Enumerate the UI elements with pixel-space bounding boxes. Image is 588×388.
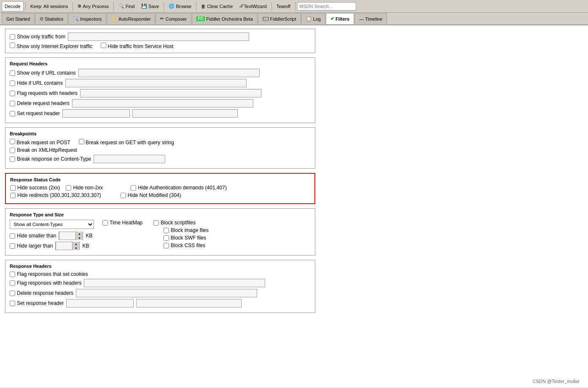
time-heatmap-row: Time HeatMap Block scriptfiles [102,220,209,226]
set-request-label[interactable]: Set request header [10,110,60,116]
hide-if-url-checkbox[interactable] [10,81,15,86]
find-button[interactable]: 🔍 Find [115,1,137,11]
block-swf-checkbox[interactable] [164,235,169,241]
delete-request-checkbox[interactable] [10,101,15,106]
hide-non2xx-checkbox[interactable] [66,185,71,191]
flag-cookies-checkbox[interactable] [10,272,15,277]
hide-if-url-input[interactable] [65,79,247,87]
show-only-traffic-input[interactable] [68,32,249,41]
hide-smaller-value[interactable]: 1 [59,232,76,240]
decode-button[interactable]: Decode [2,1,24,11]
tab-filters[interactable]: ✔ Filters [326,13,354,24]
delete-request-input[interactable] [72,99,253,108]
orchestra-icon: FO [196,16,205,21]
msdn-search-input[interactable] [297,2,356,11]
delete-resp-headers-checkbox[interactable] [10,291,15,296]
flag-cookies-label[interactable]: Flag responses that set cookies [10,271,88,277]
hide-smaller-checkbox[interactable] [10,233,15,239]
hide-larger-checkbox[interactable] [10,243,15,249]
tearoff-button[interactable]: Tearoff [274,1,293,11]
tab-inspectors[interactable]: 🔍 Inspectors [68,13,106,24]
show-only-url-input[interactable] [78,69,260,77]
set-resp-header-input1[interactable] [66,299,134,307]
block-image-checkbox[interactable] [164,228,169,233]
browse-button[interactable]: 🌐 Browse [166,1,194,11]
set-resp-header-input2[interactable] [136,299,242,307]
break-post-checkbox[interactable] [10,139,15,144]
show-only-ie-label[interactable]: Show only Internet Explorer traffic [10,43,92,49]
tab-fiddlerscript[interactable]: JS FiddlerScript [258,13,301,24]
block-css-label[interactable]: Block CSS files [164,242,205,248]
hide-service-host-checkbox[interactable] [101,43,106,48]
hide-success-label[interactable]: Hide success (2xx) [10,185,60,191]
set-resp-header-checkbox[interactable] [10,301,15,306]
break-content-type-checkbox[interactable] [10,156,15,162]
tab-timeline[interactable]: — Timeline [354,13,387,24]
show-only-traffic-label[interactable]: Show only traffic from [10,34,65,40]
time-heatmap-label[interactable]: Time HeatMap [102,220,142,226]
delete-request-label[interactable]: Delete request headers [10,100,70,106]
break-content-type-label[interactable]: Break response on Content-Type [10,156,91,162]
larger-down-button[interactable]: ▼ [72,246,79,250]
hide-if-url-label[interactable]: Hide if URL contains [10,80,63,86]
tab-get-started[interactable]: Get Started [2,13,35,24]
set-request-input2[interactable] [132,109,238,118]
larger-up-button[interactable]: ▲ [72,242,79,246]
tab-fiddler-orchestra[interactable]: FO Fiddler Orchestra Beta [192,13,258,24]
hide-non2xx-label[interactable]: Hide non-2xx [66,185,103,191]
block-script-checkbox[interactable] [153,220,159,226]
set-request-input1[interactable] [62,109,130,118]
flag-requests-input[interactable] [80,89,261,97]
show-only-url-label[interactable]: Show only if URL contains [10,70,76,76]
hide-smaller-label[interactable]: Hide smaller than [10,233,56,239]
hide-larger-label[interactable]: Hide larger than [10,243,53,249]
show-only-url-text: Show only if URL contains [17,70,76,76]
textwizard-button[interactable]: 𝒯 TextWizard [236,1,269,11]
block-image-label[interactable]: Block image files [164,227,209,233]
time-heatmap-checkbox[interactable] [102,220,108,226]
clear-cache-button[interactable]: 🗑 Clear Cache [198,1,236,11]
tab-composer[interactable]: ✏ Composer [156,13,191,24]
set-request-checkbox[interactable] [10,111,15,116]
flag-requests-checkbox[interactable] [10,91,15,96]
show-only-ie-checkbox[interactable] [10,43,15,48]
keep-sessions-button[interactable]: Keep: All sessions [27,1,71,11]
hide-not-modified-label[interactable]: Hide Not Modified (304) [121,192,181,198]
hide-larger-value[interactable]: 1 [56,242,72,250]
hide-not-modified-checkbox[interactable] [121,193,126,198]
hide-auth-checkbox[interactable] [131,185,136,191]
tab-statistics[interactable]: ⊙ Statistics [35,13,68,24]
break-xmlhttp-label[interactable]: Break on XMLHttpRequest [10,147,77,153]
break-xmlhttp-text: Break on XMLHttpRequest [17,147,77,153]
hide-redirects-label[interactable]: Hide redirects (300,301,302,303,307) [10,192,101,198]
hide-auth-label[interactable]: Hide Authentication demands (401,407) [131,185,227,191]
flag-requests-label[interactable]: Flag requests with headers [10,90,78,96]
delete-resp-headers-label[interactable]: Delete response headers [10,290,73,296]
flag-resp-headers-input[interactable] [84,279,265,287]
hide-service-host-label[interactable]: Hide traffic from Service Host [101,43,173,49]
flag-resp-headers-label[interactable]: Flag responses with headers [10,280,81,286]
break-get-checkbox[interactable] [79,139,84,144]
break-content-type-input[interactable] [94,155,165,163]
block-script-label[interactable]: Block scriptfiles [153,220,196,226]
content-type-select[interactable]: Show all Content-Types Hide image types … [10,220,94,229]
flag-resp-headers-checkbox[interactable] [10,280,15,286]
block-swf-label[interactable]: Block SWF files [164,235,206,241]
smaller-up-button[interactable]: ▲ [76,232,83,236]
hide-success-checkbox[interactable] [10,185,16,191]
tab-autoresponder[interactable]: ⚡ AutoResponder [107,13,155,24]
smaller-down-button[interactable]: ▼ [76,236,83,240]
tab-log[interactable]: 📋 Log [301,13,325,24]
hide-redirects-checkbox[interactable] [10,193,16,198]
block-css-checkbox[interactable] [164,243,169,248]
save-button[interactable]: 💾 Save [138,1,162,11]
delete-resp-headers-input[interactable] [76,289,257,297]
show-only-url-checkbox[interactable] [10,70,15,76]
any-process-button[interactable]: ⊕ Any Process [75,1,112,11]
break-post-label[interactable]: Break request on POST [10,139,70,146]
break-xmlhttp-checkbox[interactable] [10,148,15,153]
orchestra-label: Fiddler Orchestra Beta [206,16,253,22]
set-resp-header-label[interactable]: Set response header [10,300,64,306]
break-get-label[interactable]: Break request on GET with query string [79,139,174,146]
show-only-traffic-checkbox[interactable] [10,34,15,40]
